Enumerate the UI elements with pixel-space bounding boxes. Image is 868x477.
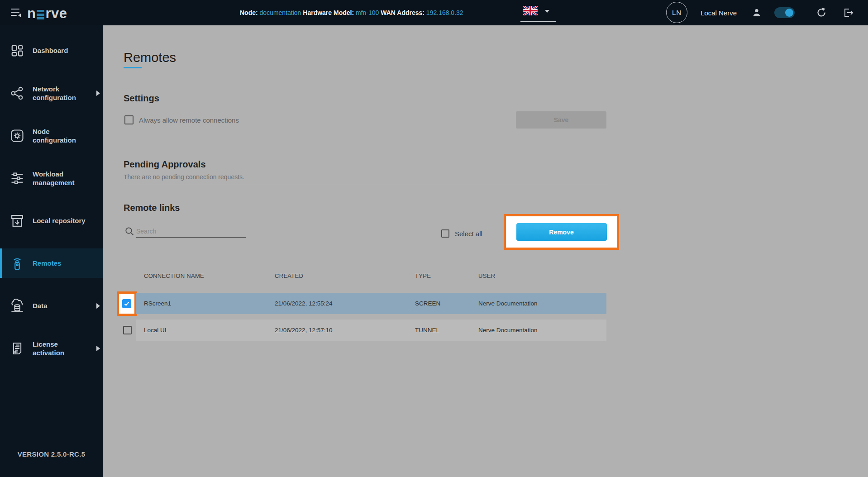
cell-user: Nerve Documentation — [478, 327, 606, 334]
select-all-checkbox[interactable] — [441, 229, 449, 238]
toggle-knob — [785, 9, 793, 17]
column-header-created: CREATED — [275, 272, 415, 279]
sidebar-item-local-repository[interactable]: Local repository — [0, 206, 103, 235]
nerve-logo: n rve — [27, 5, 67, 22]
wan-address-label: WAN Address: — [381, 9, 424, 16]
main-content: Remotes Settings Always allow remote con… — [103, 25, 868, 477]
hardware-model-value: mfn-100 — [356, 9, 379, 16]
node-config-icon — [9, 129, 25, 143]
sidebar-item-label: Remotes — [33, 259, 87, 267]
remove-button[interactable]: Remove — [516, 223, 607, 241]
remote-links-heading: Remote links — [124, 203, 180, 213]
remote-icon — [9, 257, 25, 270]
collapse-sidebar-icon[interactable] — [11, 8, 21, 18]
user-icon[interactable] — [751, 7, 762, 18]
always-allow-label: Always allow remote connections — [139, 116, 239, 124]
cell-connection-name: RScreen1 — [136, 300, 275, 307]
sidebar-item-remotes[interactable]: Remotes — [0, 248, 103, 278]
sidebar-item-label: Node configuration — [33, 127, 87, 144]
chevron-down-icon — [545, 10, 549, 13]
node-label: Node: — [240, 9, 258, 16]
cell-created: 21/06/2022, 12:57:10 — [275, 327, 415, 334]
select-all-label: Select all — [455, 230, 482, 238]
pending-approvals-empty-text: There are no pending connection requests… — [124, 173, 244, 181]
sidebar-item-network-configuration[interactable]: Network configuration — [0, 78, 103, 108]
workload-icon — [9, 172, 25, 185]
data-icon — [9, 299, 25, 313]
sidebar-item-label: Local repository — [33, 216, 87, 225]
title-underline — [124, 67, 142, 68]
column-header-type: TYPE — [415, 272, 478, 279]
topbar: n rve Node: documentation Hardware Model… — [0, 0, 868, 25]
logo-e-bars-icon — [37, 10, 44, 19]
logout-icon[interactable] — [843, 7, 854, 18]
row-checkbox-checked[interactable] — [122, 299, 131, 308]
row-checkbox[interactable] — [123, 326, 132, 334]
table-header-row: CONNECTION NAME CREATED TYPE USER — [136, 272, 606, 279]
sidebar-item-label: Data — [33, 301, 87, 310]
sidebar-item-label: Dashboard — [33, 46, 87, 55]
check-icon — [124, 301, 130, 307]
username: Local Nerve — [701, 0, 737, 25]
chevron-right-icon — [96, 346, 100, 351]
sidebar-item-license-activation[interactable]: License activation — [0, 334, 103, 363]
node-value: documentation — [260, 9, 301, 16]
repository-icon — [9, 214, 25, 228]
version-text: VERSION 2.5.0-RC.5 — [0, 450, 103, 458]
sidebar: Dashboard Network configuration — [0, 25, 103, 477]
page-title: Remotes — [124, 50, 176, 65]
license-icon — [9, 342, 25, 355]
table-row[interactable]: Local UI 21/06/2022, 12:57:10 TUNNEL Ner… — [136, 320, 606, 341]
column-header-connection-name: CONNECTION NAME — [136, 272, 275, 279]
wan-address-value: 192.168.0.32 — [426, 9, 463, 16]
sidebar-item-label: Network configuration — [33, 85, 87, 102]
network-icon — [9, 86, 25, 100]
sidebar-item-data[interactable]: Data — [0, 291, 103, 320]
logo-text-n: n — [27, 5, 36, 22]
table-row[interactable]: RScreen1 21/06/2022, 12:55:24 SCREEN Ner… — [136, 293, 606, 314]
avatar-initials: LN — [672, 9, 682, 16]
sidebar-item-node-configuration[interactable]: Node configuration — [0, 121, 103, 150]
theme-toggle[interactable] — [774, 7, 795, 18]
section-divider — [123, 184, 606, 184]
cell-user: Nerve Documentation — [478, 300, 606, 307]
dashboard-icon — [9, 44, 25, 57]
cell-connection-name: Local UI — [136, 327, 275, 334]
pending-approvals-heading: Pending Approvals — [124, 159, 206, 170]
uk-flag-icon — [523, 6, 538, 15]
cell-created: 21/06/2022, 12:55:24 — [275, 300, 415, 307]
avatar[interactable]: LN — [666, 2, 687, 23]
column-header-user: USER — [478, 272, 606, 279]
search-icon — [124, 226, 135, 237]
hardware-model-label: Hardware Model: — [303, 9, 354, 16]
sidebar-item-label: License activation — [33, 340, 87, 357]
chevron-right-icon — [96, 303, 100, 309]
search-input[interactable] — [136, 225, 246, 238]
cell-type: TUNNEL — [415, 327, 478, 334]
cell-type: SCREEN — [415, 300, 478, 307]
sidebar-item-label: Workload management — [33, 170, 87, 187]
settings-heading: Settings — [124, 93, 159, 104]
node-info: Node: documentation Hardware Model: mfn-… — [240, 0, 463, 25]
sidebar-item-workload-management[interactable]: Workload management — [0, 163, 103, 193]
save-button[interactable]: Save — [516, 111, 606, 129]
reboot-icon[interactable] — [816, 7, 827, 18]
sidebar-item-dashboard[interactable]: Dashboard — [0, 36, 103, 65]
logo-text-rve: rve — [45, 5, 67, 22]
language-selector[interactable] — [520, 4, 557, 22]
row-checkbox-highlight — [117, 291, 137, 316]
always-allow-checkbox[interactable] — [124, 115, 134, 124]
remove-button-highlight: Remove — [504, 214, 619, 250]
chevron-right-icon — [96, 91, 100, 96]
nerve-local-ui: n rve Node: documentation Hardware Model… — [0, 0, 868, 477]
